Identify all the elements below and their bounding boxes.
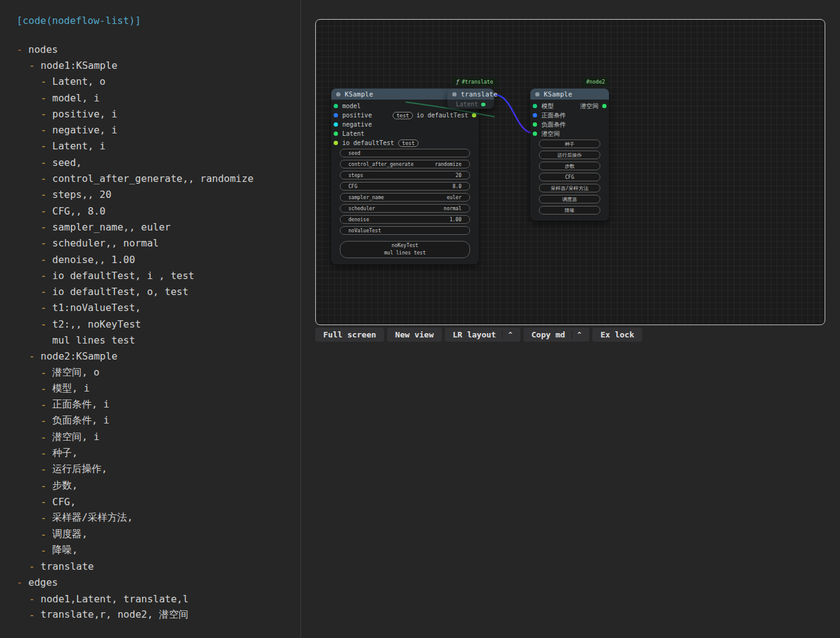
node-status-dot xyxy=(535,92,540,96)
widget-label: control_after_generate xyxy=(348,162,414,167)
list-bullet: - xyxy=(41,318,52,330)
list-item-text: io defaultTest, o, test xyxy=(52,286,189,297)
list-item-text: denoise,, 1.00 xyxy=(52,254,135,266)
canvas-toolbar: Full screen New view LR layout ^ Copy md… xyxy=(315,328,642,342)
list-bullet: - xyxy=(41,237,52,249)
widget-row[interactable]: sampler_name euler xyxy=(340,193,470,202)
list-item-text: CFG, xyxy=(52,496,76,508)
port-dot[interactable] xyxy=(334,132,338,136)
port-label: positive xyxy=(342,112,372,119)
node-status-dot xyxy=(452,92,457,96)
node-status-dot xyxy=(336,92,340,96)
port-dot[interactable] xyxy=(533,113,537,117)
list-item: -Latent, o xyxy=(0,74,300,90)
list-item-text: 采样器/采样方法, xyxy=(52,511,133,524)
port-dot[interactable] xyxy=(533,132,537,136)
widget-label: 降噪 xyxy=(565,207,575,214)
list-bullet: - xyxy=(29,609,41,621)
widget-label-line2: mul lines test xyxy=(384,250,425,256)
widget-label: denoise xyxy=(348,217,369,223)
chevron-up-icon[interactable]: ^ xyxy=(502,331,512,339)
translate-header[interactable]: translate xyxy=(447,89,494,100)
list-item: -mul lines test xyxy=(0,332,300,348)
list-bullet: - xyxy=(41,286,52,297)
port-dot[interactable] xyxy=(334,104,338,108)
list-item-text: translate,r, node2, 潜空间 xyxy=(41,608,189,621)
code-panel[interactable]: [code(nodeflow-list)] -nodes -node1:KSam… xyxy=(0,0,301,638)
widget-row[interactable]: steps 20 xyxy=(340,171,470,179)
toolbar-button-label: New view xyxy=(395,330,434,339)
widget-row[interactable]: control_after_generate randomize xyxy=(340,160,470,168)
list-item: -CFG,, 8.0 xyxy=(0,203,300,219)
widget-row[interactable]: noValueTest xyxy=(340,226,470,235)
list-item: -Latent, i xyxy=(0,138,300,154)
node1-widgets: seed control_after_generate randomize st… xyxy=(331,148,479,241)
widget-row-multiline[interactable]: noKeyTest mul lines test xyxy=(340,241,470,258)
nodeflow-canvas[interactable]: KSample model positive xyxy=(315,19,825,325)
port-label: negative xyxy=(342,121,372,128)
widget-label: seed xyxy=(348,151,360,156)
input-port-row[interactable]: 正面条件 xyxy=(530,111,609,120)
input-port-row[interactable]: Latent xyxy=(331,129,479,138)
node2-header[interactable]: KSample xyxy=(530,89,609,100)
list-item: -t2:,, noKeyTest xyxy=(0,316,300,332)
widget-row[interactable]: 步数 xyxy=(539,162,600,170)
port-dot[interactable] xyxy=(533,104,537,108)
input-port-row[interactable]: io defaultTest test xyxy=(331,138,479,148)
input-port-row[interactable]: 潜空间 xyxy=(530,129,609,138)
list-bullet: - xyxy=(41,447,52,459)
chevron-up-icon[interactable]: ^ xyxy=(571,331,582,339)
list-item: -seed, xyxy=(0,154,300,170)
port-dot[interactable] xyxy=(472,113,476,117)
list-item-text: 步数, xyxy=(52,479,78,492)
widget-row[interactable]: 降噪 xyxy=(539,206,600,215)
input-port-row[interactable]: negative xyxy=(331,120,479,129)
toolbar-button[interactable]: Full screen xyxy=(315,328,384,342)
node2-tag-text: #node2 xyxy=(586,79,605,85)
input-port-row[interactable]: 负面条件 xyxy=(530,120,609,129)
widget-row[interactable]: CFG xyxy=(539,173,600,181)
widget-row[interactable]: CFG 8.0 xyxy=(340,182,470,191)
translate-tag-text: #translate xyxy=(461,79,493,85)
edge-translate-node2 xyxy=(494,95,535,133)
port-dot[interactable] xyxy=(334,113,338,117)
node2-output-port[interactable]: 潜空间 xyxy=(580,101,606,111)
widget-row[interactable]: 调度器 xyxy=(539,195,600,203)
toolbar-button[interactable]: LR layout ^ xyxy=(445,328,520,342)
toolbar-button[interactable]: Ex lock xyxy=(592,328,642,342)
list-item: -CFG, xyxy=(0,494,300,510)
list-bullet: - xyxy=(41,496,52,508)
app-root: [code(nodeflow-list)] -nodes -node1:KSam… xyxy=(0,0,840,638)
port-dot[interactable] xyxy=(602,104,606,108)
node-translate[interactable]: translate Latent xyxy=(447,89,494,109)
widget-label: 种子 xyxy=(565,141,575,148)
widget-row[interactable]: scheduler normal xyxy=(340,204,470,213)
list-bullet: - xyxy=(41,157,52,168)
widget-row[interactable]: 运行后操作 xyxy=(539,151,600,159)
port-dot[interactable] xyxy=(334,122,338,127)
list-item: -io defaultTest, o, test xyxy=(0,283,300,299)
port-dot[interactable] xyxy=(481,103,485,106)
port-dot[interactable] xyxy=(334,141,338,145)
node-node2[interactable]: KSample 模型 正面条件 负面条件 xyxy=(530,89,609,221)
node1-multiline-widget-wrap: noKeyTest mul lines test xyxy=(331,241,479,264)
list-item: -模型, i xyxy=(0,380,300,396)
list-item-text: 运行后操作, xyxy=(52,463,108,476)
toolbar-button[interactable]: Copy md ^ xyxy=(524,328,589,342)
list-bullet: - xyxy=(41,302,52,313)
widget-row[interactable]: seed xyxy=(340,149,470,157)
toolbar-button[interactable]: New view xyxy=(387,328,442,342)
list-bullet: - xyxy=(41,108,52,120)
list-item: -nodes xyxy=(0,41,300,57)
list-bullet: - xyxy=(29,60,41,71)
list-item-text: Latent, i xyxy=(52,140,106,152)
list-bullet: - xyxy=(29,350,41,362)
node1-output-port[interactable]: test io defaultTest xyxy=(393,111,476,120)
widget-row[interactable]: 采样器/采样方法 xyxy=(539,184,600,192)
node-node1[interactable]: KSample model positive xyxy=(331,89,479,264)
widget-row[interactable]: 种子 xyxy=(539,140,600,148)
list-item-text: sampler_name,, euler xyxy=(52,221,171,233)
widget-row[interactable]: denoise 1.00 xyxy=(340,215,470,224)
port-dot[interactable] xyxy=(533,122,537,127)
list-bullet: - xyxy=(41,415,52,427)
